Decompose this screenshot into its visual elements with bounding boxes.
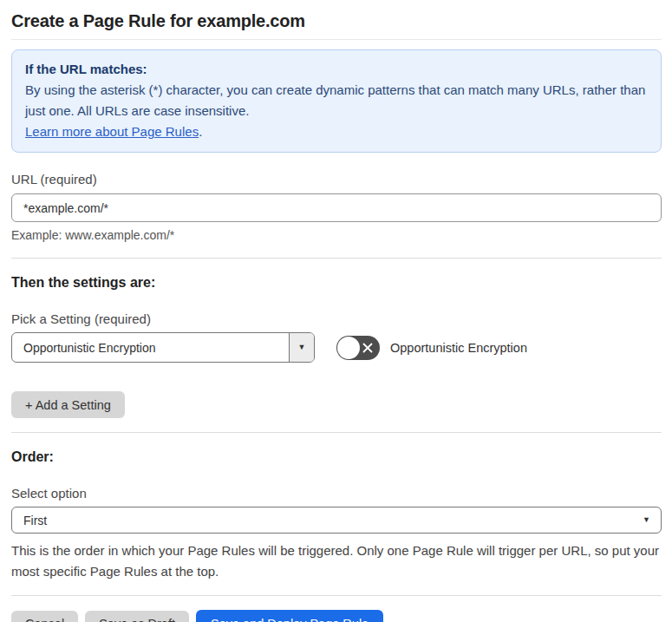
cancel-button[interactable]: Cancel [11,611,78,622]
footer-divider [11,595,662,596]
setting-row: Opportunistic Encryption ▼ Opportunistic… [11,332,662,363]
create-page-rule-form: Create a Page Rule for example.com If th… [0,10,672,622]
settings-heading: Then the settings are: [11,275,662,291]
x-icon [362,342,374,354]
order-helper-text: This is the order in which your Page Rul… [11,540,662,582]
footer-actions: Cancel Save as Draft Save and Deploy Pag… [11,610,662,622]
add-setting-button[interactable]: + Add a Setting [11,391,125,418]
setting-dropdown-button[interactable]: ▼ [289,333,314,362]
save-deploy-button[interactable]: Save and Deploy Page Rule [196,610,383,622]
link-period: . [199,124,202,139]
url-label: URL (required) [11,172,662,187]
save-draft-button[interactable]: Save as Draft [85,611,189,622]
info-box-link-line: Learn more about Page Rules. [25,121,648,142]
section-divider [11,258,662,259]
toggle-label: Opportunistic Encryption [390,341,527,355]
info-box-body: By using the asterisk (*) character, you… [25,80,648,121]
info-box-heading: If the URL matches: [25,59,648,80]
title-divider [11,39,662,40]
order-heading: Order: [11,449,662,465]
setting-dropdown[interactable]: Opportunistic Encryption ▼ [11,332,315,363]
chevron-down-icon: ▼ [298,344,306,351]
order-select-value: First [23,514,47,527]
setting-dropdown-value: Opportunistic Encryption [12,333,289,362]
chevron-down-icon: ▼ [643,516,650,524]
url-example-helper: Example: www.example.com/* [11,228,662,242]
page-title: Create a Page Rule for example.com [11,10,662,32]
section-divider [11,432,662,433]
order-select[interactable]: First ▼ [11,507,662,534]
toggle-knob [337,337,360,359]
opportunistic-encryption-toggle[interactable] [336,336,380,360]
url-input[interactable] [11,193,662,222]
select-option-label: Select option [11,486,662,501]
learn-more-link[interactable]: Learn more about Page Rules [25,124,199,139]
url-matches-info-box: If the URL matches: By using the asteris… [11,49,662,153]
pick-setting-label: Pick a Setting (required) [11,311,662,326]
